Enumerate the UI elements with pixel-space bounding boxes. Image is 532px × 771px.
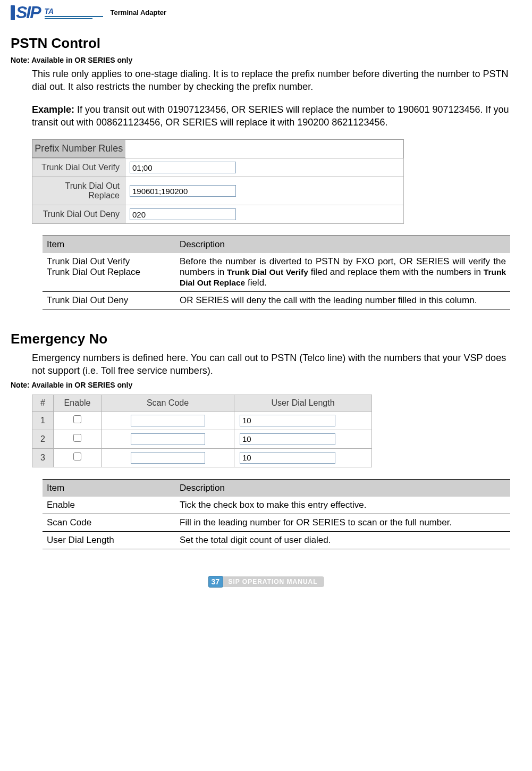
table-row: Trunk Dial Out Verify Trunk Dial Out Rep… <box>43 253 510 292</box>
desc-text-cell: Tick the check box to make this entry ef… <box>175 497 510 514</box>
table-row: 3 <box>32 448 372 467</box>
desc-header-desc: Description <box>175 236 510 254</box>
user-dial-length-input[interactable] <box>240 433 335 445</box>
scan-cell <box>102 448 234 467</box>
page-number: 37 <box>208 576 223 588</box>
desc-header-item: Item <box>43 479 175 497</box>
emergency-intro: Emergency numbers is defined here. You c… <box>32 351 521 378</box>
pstn-desc-table: Item Description Trunk Dial Out Verify T… <box>43 236 510 309</box>
prefix-rule-row: Trunk Dial Out Replace <box>32 177 404 205</box>
enable-cell <box>54 411 102 430</box>
desc-item-cell: Enable <box>43 497 175 514</box>
table-row: Enable Tick the check box to make this e… <box>43 497 510 514</box>
brand-logo: SIP TA <box>11 3 103 22</box>
scan-cell <box>102 430 234 448</box>
scan-code-input[interactable] <box>131 415 205 426</box>
example-label: Example: <box>32 104 74 115</box>
udl-cell <box>234 430 372 448</box>
trunk-deny-cell <box>125 205 404 224</box>
trunk-verify-label: Trunk Dial Out Verify <box>32 158 125 177</box>
table-row: 2 <box>32 430 372 448</box>
desc-text-cell: Fill in the leading number for OR SERIES… <box>175 514 510 531</box>
enable-cell <box>54 430 102 448</box>
desc-text-cell: Set the total digit count of user dialed… <box>175 531 510 549</box>
brand-subtext: TA <box>45 7 54 15</box>
pstn-intro: This rule only applies to one-stage dial… <box>32 68 521 94</box>
user-dial-length-input[interactable] <box>240 415 335 426</box>
enable-checkbox[interactable] <box>73 415 81 423</box>
user-dial-length-input[interactable] <box>240 452 335 464</box>
row-number: 1 <box>32 411 54 430</box>
brand-text: SIP <box>16 3 40 22</box>
col-header-num: # <box>32 395 54 411</box>
trunk-replace-cell <box>125 177 404 205</box>
page-title-pstn: PSTN Control <box>11 35 521 52</box>
page-footer: 37 SIP OPERATION MANUAL <box>11 576 521 597</box>
example-text: If you transit out with 01907123456, OR … <box>32 104 509 128</box>
logo-mark-icon <box>11 5 15 20</box>
desc-item-line: Trunk Dial Out Verify <box>47 256 171 267</box>
trunk-verify-input[interactable] <box>130 162 236 173</box>
scan-code-input[interactable] <box>131 433 205 445</box>
col-header-enable: Enable <box>54 395 102 411</box>
prefix-rules-panel: Prefix Number Rules Trunk Dial Out Verif… <box>32 139 404 224</box>
trunk-deny-label: Trunk Dial Out Deny <box>32 205 125 224</box>
desc-item-cell: User Dial Length <box>43 531 175 549</box>
col-header-udl: User Dial Length <box>234 395 372 411</box>
desc-item-cell: Trunk Dial Out Verify Trunk Dial Out Rep… <box>43 253 175 292</box>
desc-text: filed and replace them with the numbers … <box>308 267 484 277</box>
row-number: 2 <box>32 430 54 448</box>
scan-cell <box>102 411 234 430</box>
doc-header: SIP TA Terminal Adapter <box>11 0 521 28</box>
desc-text-cell: Before the number is diverted to PSTN by… <box>175 253 510 292</box>
desc-item-line: Trunk Dial Out Replace <box>47 267 171 278</box>
desc-header-desc: Description <box>175 479 510 497</box>
prefix-rules-title: Prefix Number Rules <box>32 140 125 158</box>
col-header-scan: Scan Code <box>102 395 234 411</box>
desc-text: field. <box>245 278 267 288</box>
row-number: 3 <box>32 448 54 467</box>
logo-lines-icon <box>45 16 103 19</box>
enable-cell <box>54 448 102 467</box>
trunk-deny-input[interactable] <box>130 208 236 220</box>
page-title-emergency: Emergency No <box>11 331 521 347</box>
product-line-label: Terminal Adapter <box>111 9 166 16</box>
udl-cell <box>234 411 372 430</box>
table-row: Trunk Dial Out Deny OR SERIES will deny … <box>43 292 510 309</box>
desc-text-cell: OR SERIES will deny the call with the le… <box>175 292 510 309</box>
scan-code-input[interactable] <box>131 452 205 464</box>
enable-checkbox[interactable] <box>73 452 81 460</box>
trunk-verify-cell <box>125 158 404 177</box>
table-row: Scan Code Fill in the leading number for… <box>43 514 510 531</box>
pstn-example: Example: If you transit out with 0190712… <box>32 103 521 129</box>
desc-header-item: Item <box>43 236 175 254</box>
desc-item-cell: Trunk Dial Out Deny <box>43 292 175 309</box>
table-row: 1 <box>32 411 372 430</box>
prefix-rule-row: Trunk Dial Out Deny <box>32 205 404 224</box>
emergency-grid: # Enable Scan Code User Dial Length 1 2 … <box>32 395 372 467</box>
footer-label: SIP OPERATION MANUAL <box>223 576 324 587</box>
enable-checkbox[interactable] <box>73 434 81 442</box>
emergency-desc-table: Item Description Enable Tick the check b… <box>43 479 510 549</box>
emergency-note: Note: Available in OR SERIES only <box>11 381 521 389</box>
prefix-rule-row: Trunk Dial Out Verify <box>32 158 404 177</box>
table-row: User Dial Length Set the total digit cou… <box>43 531 510 549</box>
pstn-note: Note: Available in OR SERIES only <box>11 56 521 64</box>
desc-emph: Trunk Dial Out Verify <box>227 267 308 276</box>
trunk-replace-label: Trunk Dial Out Replace <box>32 177 125 205</box>
trunk-replace-input[interactable] <box>130 185 236 197</box>
desc-item-cell: Scan Code <box>43 514 175 531</box>
udl-cell <box>234 448 372 467</box>
